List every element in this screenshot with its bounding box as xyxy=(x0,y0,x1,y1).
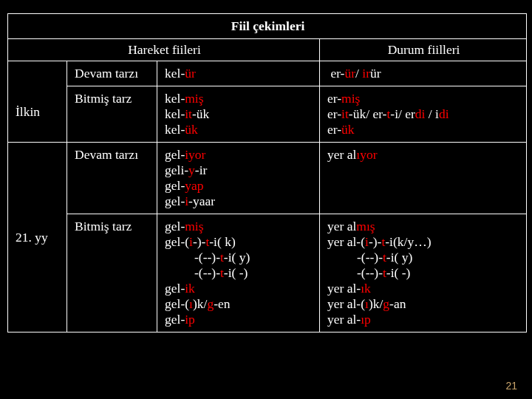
b: ıp xyxy=(361,312,371,327)
e: -i( k) xyxy=(209,234,235,249)
c: -yaar xyxy=(188,194,215,208)
cell-r2-durum: yer alıyor xyxy=(320,143,527,214)
c: -i( -) xyxy=(386,265,411,280)
a: gel- xyxy=(165,194,185,208)
t: er- xyxy=(327,122,341,137)
a: gel-( xyxy=(165,296,189,311)
b: y xyxy=(188,163,195,177)
cell-r1-hareket: kel-miş kel-it-ük kel-ük xyxy=(157,86,320,143)
slide: Fiil çekimleri Hareket fiileri Durum fii… xyxy=(0,0,532,399)
row-ilkin-devam: İlkin Devam tarzı kel-ür er-ür/ irür xyxy=(8,61,527,86)
a: -(--)- xyxy=(194,265,220,280)
row-21yy-bitmis: Bitmiş tarz gel-miş gel-(i-)-t-i( k) -(-… xyxy=(8,214,527,332)
cell-r1-durum: er-miş er-it-ük/ er-t-i/ erdi / idi er-ü… xyxy=(320,86,527,143)
c: )k/ xyxy=(369,296,383,311)
c: -i( y) xyxy=(386,250,412,265)
s: -ük xyxy=(192,106,209,121)
b: mış xyxy=(356,219,375,233)
h: di xyxy=(439,106,449,121)
s: ik xyxy=(185,281,195,296)
header-row-groups: Hareket fiileri Durum fiilleri xyxy=(8,39,527,61)
t: kel- xyxy=(165,106,185,121)
rowlabel-ilkin: İlkin xyxy=(8,61,67,143)
c: -)- xyxy=(193,234,205,249)
e: -i(k/y…) xyxy=(385,234,431,249)
row-ilkin-bitmis: Bitmiş tarz kel-miş kel-it-ük kel-ük er-… xyxy=(8,86,527,143)
e: -i/ er xyxy=(390,106,415,121)
a: yer al xyxy=(327,219,356,233)
t: gel- xyxy=(165,147,185,162)
c: -)- xyxy=(369,234,381,249)
suf2: ür xyxy=(370,66,381,81)
e: -an xyxy=(389,296,406,311)
s: ip xyxy=(185,312,195,327)
suffix: ür xyxy=(344,66,355,81)
txt: kel- xyxy=(165,66,185,81)
s: ük xyxy=(341,122,355,137)
txt: er- xyxy=(330,66,344,81)
a: geli- xyxy=(165,163,188,177)
a: yer al-( xyxy=(327,296,365,311)
col-bitmis-2: Bitmiş tarz xyxy=(67,214,157,332)
cell-r0-hareket: kel-ür xyxy=(157,61,320,86)
s: miş xyxy=(341,91,360,106)
a: gel-( xyxy=(165,234,189,249)
a: er- xyxy=(327,106,341,121)
a: -(--)- xyxy=(357,250,383,265)
a: yer al- xyxy=(327,281,361,296)
cell-r3-durum: yer almış yer al-(i-)-t-i(k/y…) -(--)-t-… xyxy=(320,214,527,332)
col-devam-1: Devam tarzı xyxy=(67,61,157,86)
s: miş xyxy=(185,91,203,106)
b: ık xyxy=(361,281,371,296)
page-number: 21 xyxy=(505,380,517,392)
e: -en xyxy=(214,296,230,311)
b: ıyor xyxy=(356,147,377,162)
t: gel- xyxy=(165,281,185,296)
row-21yy-devam: 21. yy Devam tarzı gel-iyor geli-y-ir ge… xyxy=(8,143,527,214)
t: kel- xyxy=(165,122,185,137)
a: gel- xyxy=(165,178,185,193)
s: iyor xyxy=(185,147,205,162)
col-devam-2: Devam tarzı xyxy=(67,143,157,214)
c: )k/ xyxy=(193,296,207,311)
cell-r2-hareket: gel-iyor geli-y-ir gel-yap gel-i-yaar xyxy=(157,143,320,214)
d: g xyxy=(207,296,214,311)
header-durum: Durum fiilleri xyxy=(320,39,527,61)
c: -ir xyxy=(195,163,208,177)
c: -i( y) xyxy=(224,250,250,265)
header-row-main: Fiil çekimleri xyxy=(8,14,527,39)
sep: / xyxy=(355,66,362,81)
f: di xyxy=(415,106,426,121)
t: gel- xyxy=(165,219,185,233)
a: yer al xyxy=(327,147,356,162)
table-title: Fiil çekimleri xyxy=(8,14,527,39)
a: yer al- xyxy=(327,312,361,327)
t: er- xyxy=(327,91,341,106)
s: ük xyxy=(185,122,198,137)
m: it xyxy=(185,106,192,121)
t: kel- xyxy=(165,91,185,106)
c: -ük/ er- xyxy=(349,106,387,121)
conjugation-table: Fiil çekimleri Hareket fiileri Durum fii… xyxy=(7,13,527,332)
col-bitmis-1: Bitmiş tarz xyxy=(67,86,157,143)
c: -i( -) xyxy=(224,265,248,280)
a: -(--)- xyxy=(357,265,383,280)
b: yap xyxy=(185,178,203,193)
d: g xyxy=(383,296,389,311)
pre2: ir xyxy=(362,66,370,81)
cell-r0-durum: er-ür/ irür xyxy=(320,61,527,86)
b: it xyxy=(341,106,349,121)
suffix: ür xyxy=(185,66,196,81)
cell-r3-hareket: gel-miş gel-(i-)-t-i( k) -(--)-t-i( y) -… xyxy=(157,214,320,332)
a: -(--)- xyxy=(194,250,220,265)
header-hareket: Hareket fiileri xyxy=(8,39,320,61)
rowlabel-21yy: 21. yy xyxy=(8,143,67,332)
s: miş xyxy=(185,219,203,233)
t: gel- xyxy=(165,312,185,327)
g: / i xyxy=(425,106,438,121)
a: yer al-( xyxy=(327,234,365,249)
